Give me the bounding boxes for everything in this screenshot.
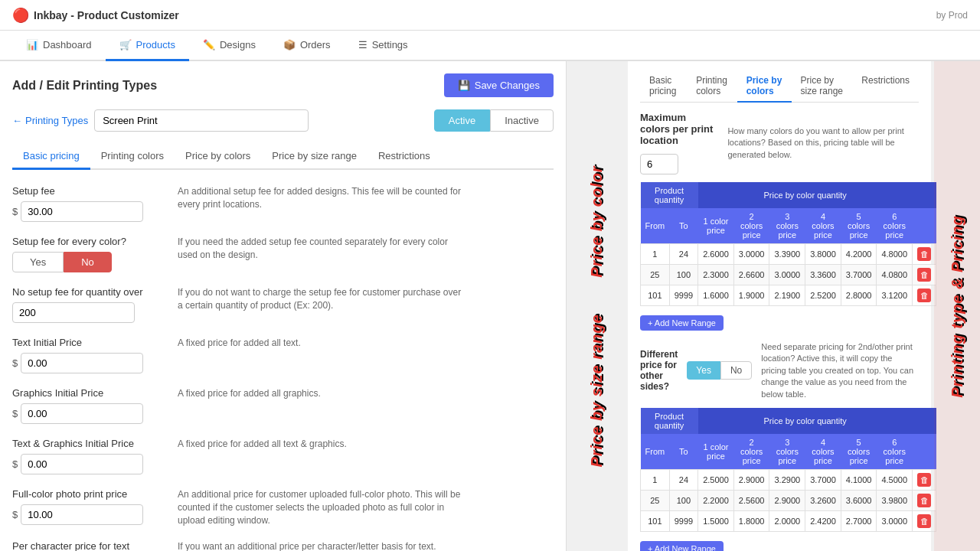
sub-tab-price-by-size[interactable]: Price by size range <box>261 144 368 170</box>
add-range-btn-2[interactable]: + Add New Range <box>640 541 724 551</box>
graphics-initial-desc: A fixed price for added all graphics. <box>178 387 321 400</box>
sub-tabs: Basic pricing Printing colors Price by c… <box>12 144 554 170</box>
status-inactive-button[interactable]: Inactive <box>490 109 554 132</box>
text-initial-input[interactable] <box>21 353 143 373</box>
graphics-initial-label: Graphics Initial Price <box>12 387 165 399</box>
color-price-table-2: Product quantity Price by color quantity… <box>640 408 936 532</box>
setup-fee-color-no[interactable]: No <box>64 252 112 272</box>
price-tab-basic[interactable]: Basic pricing <box>640 70 687 103</box>
text-graphics-input[interactable] <box>21 454 143 474</box>
nav-tab-dashboard[interactable]: 📊 Dashboard <box>12 31 106 61</box>
basic-pricing-form: Setup fee $ An additional setup fee for … <box>12 185 554 551</box>
setup-fee-color-desc: If you need the added setup fee counted … <box>178 236 469 262</box>
nav-tab-orders[interactable]: 📦 Orders <box>270 31 345 61</box>
price-tab-restrictions[interactable]: Restrictions <box>852 70 919 103</box>
printing-type-name-input[interactable] <box>94 109 309 132</box>
table-row: 1242.60003.00003.39003.80004.20004.8000🗑 <box>641 244 936 265</box>
per-char-desc: If you want an additional price per char… <box>178 540 436 551</box>
no-setup-fee-desc: If you do not want to charge the setup f… <box>178 286 469 312</box>
left-panel: Add / Edit Printing Types 💾 Save Changes… <box>0 61 567 551</box>
diff-price-label-1: Different price for other sides? <box>640 349 678 392</box>
delete-row-btn[interactable]: 🗑 <box>917 494 931 507</box>
status-toggle: Active Inactive <box>434 109 554 132</box>
price-tab-printing-colors[interactable]: Printing colors <box>687 70 737 103</box>
delete-row-btn[interactable]: 🗑 <box>917 247 931 261</box>
setup-fee-desc: An additional setup fee for added design… <box>178 185 469 211</box>
diff-price-no-1[interactable]: No <box>720 361 752 380</box>
setup-fee-input[interactable] <box>21 201 143 222</box>
table-row: 10199991.60001.90002.19002.52002.80003.1… <box>641 285 936 306</box>
delete-row-btn[interactable]: 🗑 <box>917 514 931 528</box>
text-graphics-label: Text & Graphics Initial Price <box>12 438 165 449</box>
price-tab-size-range[interactable]: Price by size range <box>792 70 853 103</box>
no-setup-fee-qty-input[interactable] <box>12 302 135 323</box>
max-colors-title: Maximum colors per print location <box>640 112 715 146</box>
delete-row-btn[interactable]: 🗑 <box>917 268 931 282</box>
graphics-initial-input[interactable] <box>21 403 143 424</box>
breadcrumb-printing-types[interactable]: ← Printing Types <box>12 115 88 126</box>
app-title: Inkbay - Product Customizer <box>34 9 179 21</box>
table-row: 1242.50002.90003.29003.70004.10004.5000🗑 <box>641 469 936 490</box>
table-row: 10199991.50001.80002.00002.42002.70003.0… <box>641 510 936 531</box>
nav-tab-settings[interactable]: ☰ Settings <box>345 31 422 61</box>
sub-tab-restrictions[interactable]: Restrictions <box>368 144 441 170</box>
sub-tab-basic[interactable]: Basic pricing <box>12 144 90 170</box>
delete-row-btn[interactable]: 🗑 <box>917 473 931 487</box>
color-price-table: Product quantity Price by color quantity… <box>640 182 936 306</box>
no-setup-fee-label: No setup fee for quantity over <box>12 286 165 298</box>
setup-fee-color-toggle: Yes No <box>12 252 165 272</box>
text-graphics-desc: A fixed price for added all text & graph… <box>178 438 347 451</box>
sub-tab-printing-colors[interactable]: Printing colors <box>90 144 175 170</box>
panel-title: Add / Edit Printing Types <box>12 79 157 93</box>
sub-tab-price-by-colors[interactable]: Price by colors <box>175 144 261 170</box>
app-logo: 🔴 Inkbay - Product Customizer <box>12 7 179 24</box>
diff-price-desc-1: Need separate pricing for 2nd/other prin… <box>761 341 919 400</box>
setup-fee-color-label: Setup fee for every color? <box>12 236 165 247</box>
max-colors-input[interactable] <box>640 154 678 174</box>
app-provider: by Prod <box>936 10 968 21</box>
full-color-label: Full-color photo print price <box>12 488 165 500</box>
main-nav: 📊 Dashboard 🛒 Products ✏️ Designs 📦 Orde… <box>0 31 980 61</box>
per-char-label: Per character price for text <box>12 540 165 551</box>
price-tab-by-colors[interactable]: Price by colors <box>737 70 792 103</box>
price-by-colors-card: Basic pricing Printing colors Price by c… <box>628 61 931 551</box>
nav-tab-products[interactable]: 🛒 Products <box>106 31 189 61</box>
setup-fee-color-yes[interactable]: Yes <box>12 252 64 272</box>
setup-fee-label: Setup fee <box>12 185 165 197</box>
text-initial-label: Text Initial Price <box>12 337 165 348</box>
price-by-color-header: Price by color quantity <box>698 182 913 208</box>
table-row: 251002.30002.66003.00003.36003.70004.080… <box>641 265 936 285</box>
nav-tab-designs[interactable]: ✏️ Designs <box>189 31 270 61</box>
full-color-input[interactable] <box>21 504 143 525</box>
price-by-colors-tabs: Basic pricing Printing colors Price by c… <box>640 70 919 103</box>
delete-row-btn[interactable]: 🗑 <box>917 289 931 302</box>
add-range-btn-1[interactable]: + Add New Range <box>640 315 724 331</box>
save-button[interactable]: 💾 Save Changes <box>444 73 554 97</box>
text-initial-desc: A fixed price for added all text. <box>178 337 301 350</box>
max-colors-desc: How many colors do you want to allow per… <box>727 126 919 161</box>
table-row: 251002.20002.56002.90003.26003.60003.980… <box>641 490 936 510</box>
product-qty-header: Product quantity <box>641 182 698 208</box>
status-active-button[interactable]: Active <box>434 109 490 132</box>
full-color-desc: An additional price for customer uploade… <box>178 488 469 527</box>
diff-price-yes-1[interactable]: Yes <box>687 361 720 380</box>
